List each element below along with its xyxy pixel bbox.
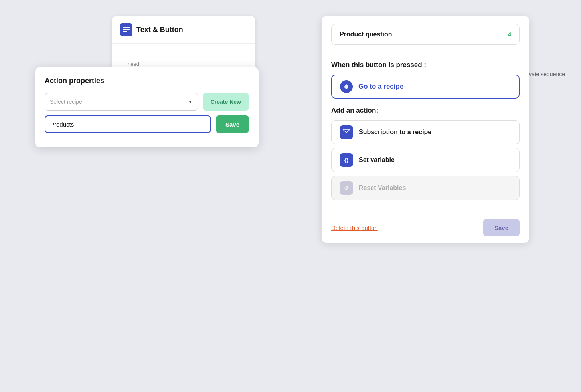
create-new-button[interactable]: Create New xyxy=(203,93,249,111)
add-action-section: Add an action: Subscription to a recipe … xyxy=(322,107,529,212)
save-button-green[interactable]: Save xyxy=(216,115,249,133)
svg-rect-1 xyxy=(123,29,130,30)
set-variable-icon: {} xyxy=(340,153,353,167)
dropdown-arrow-icon: ▼ xyxy=(188,99,193,105)
delete-button[interactable]: Delete this button xyxy=(331,224,378,231)
subscription-label: Subscription to a recipe xyxy=(359,129,431,136)
action-props-title: Action properties xyxy=(45,77,249,85)
go-to-recipe-icon xyxy=(340,80,353,93)
reset-variables-icon: ↺ xyxy=(340,181,353,195)
product-question-card: Product question 4 xyxy=(331,24,520,45)
action-props-row-2: Save xyxy=(45,115,249,133)
right-panel-footer: Delete this button Save xyxy=(322,212,529,243)
go-to-recipe-button[interactable]: Go to a recipe xyxy=(331,75,520,99)
select-recipe-placeholder: Select recipe xyxy=(50,99,82,105)
action-props-row-1: Select recipe ▼ Create New xyxy=(45,93,249,111)
products-input[interactable] xyxy=(45,115,211,133)
when-button-section: When this button is pressed : Go to a re… xyxy=(322,53,529,107)
right-panel: Product question 4 When this button is p… xyxy=(322,16,529,243)
svg-rect-0 xyxy=(123,27,130,28)
add-action-label: Add an action: xyxy=(331,107,520,115)
subscription-icon xyxy=(340,125,353,139)
go-to-recipe-text: Go to a recipe xyxy=(358,83,403,91)
pq-card-number: 4 xyxy=(508,31,511,38)
divider xyxy=(120,50,247,50)
select-recipe-dropdown[interactable]: Select recipe ▼ xyxy=(45,93,198,111)
set-variable-label: Set variable xyxy=(359,156,395,164)
svg-rect-2 xyxy=(123,31,127,32)
action-properties-popup: Action properties Select recipe ▼ Create… xyxy=(35,67,259,147)
set-variable-action-item[interactable]: {} Set variable xyxy=(331,148,520,172)
subscription-action-item[interactable]: Subscription to a recipe xyxy=(331,120,520,144)
right-panel-top: Product question 4 xyxy=(322,16,529,53)
bg-sequence-text: tivate sequence xyxy=(526,71,565,77)
panel-header-icon xyxy=(120,23,132,36)
when-button-label: When this button is pressed : xyxy=(331,61,520,69)
divider2 xyxy=(120,55,247,55)
save-button-right[interactable]: Save xyxy=(483,219,520,236)
panel-header: Text & Button xyxy=(112,16,255,44)
pq-card-label: Product question xyxy=(340,31,392,38)
panel-title: Text & Button xyxy=(136,26,183,34)
reset-variables-label: Reset Variables xyxy=(359,184,406,192)
reset-variables-action-item: ↺ Reset Variables xyxy=(331,176,520,200)
